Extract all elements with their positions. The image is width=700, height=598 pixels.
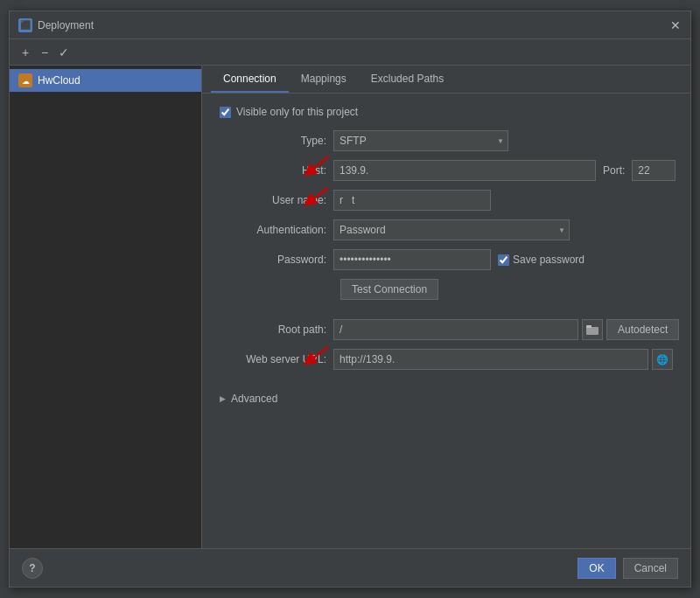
visible-label: Visible only for this project — [236, 106, 358, 118]
auth-select[interactable]: Password Key pair OpenSSH config and aut… — [333, 219, 570, 240]
dialog-icon: ⬛ — [18, 18, 32, 32]
sidebar-item-label: HwCloud — [38, 74, 80, 87]
host-input[interactable]: 139.9. — [333, 160, 596, 181]
content-area: Visible only for this project Type: SFTP… — [202, 94, 690, 548]
sidebar-item-hwcloud[interactable]: ☁ HwCloud — [10, 69, 201, 92]
add-button[interactable]: + — [17, 44, 34, 61]
web-server-group: 🌐 — [333, 349, 673, 370]
divider1 — [220, 309, 673, 319]
footer-actions: OK Cancel — [578, 558, 678, 579]
auth-row: Authentication: Password Key pair OpenSS… — [220, 219, 673, 240]
save-password-checkbox[interactable] — [498, 254, 509, 266]
tab-mappings[interactable]: Mappings — [289, 66, 359, 93]
save-password-group: Save password — [498, 254, 584, 266]
autodetect-button[interactable]: Autodetect — [606, 319, 679, 340]
hwcloud-icon: ☁ — [18, 73, 32, 87]
remove-button[interactable]: − — [36, 44, 53, 61]
type-select[interactable]: SFTP FTP Local or mounted folder — [333, 130, 508, 151]
web-server-row: Web server URL: 🌐 — [220, 349, 673, 370]
tabs: Connection Mappings Excluded Paths — [202, 66, 690, 94]
password-row: Password: Save password — [220, 249, 673, 270]
username-input[interactable] — [333, 190, 491, 211]
test-connection-button[interactable]: Test Connection — [340, 279, 438, 300]
svg-rect-3 — [586, 325, 592, 328]
root-path-input[interactable] — [333, 319, 578, 340]
root-path-group: Autodetect — [333, 319, 679, 340]
port-input[interactable]: 22 — [632, 160, 676, 181]
auth-label: Authentication: — [220, 224, 333, 236]
save-password-label: Save password — [513, 254, 584, 266]
username-label: User name: — [220, 194, 333, 206]
dialog-footer: ? OK Cancel — [10, 548, 690, 587]
divider2 — [220, 379, 673, 389]
browse-folder-button[interactable] — [582, 319, 603, 340]
toolbar: + − ✓ — [10, 39, 690, 66]
host-row: Host: 139.9. Port: 22 — [220, 160, 673, 181]
help-icon: ? — [29, 562, 35, 574]
advanced-label: Advanced — [231, 393, 277, 405]
dialog-title: Deployment — [38, 19, 94, 31]
cancel-button[interactable]: Cancel — [623, 558, 678, 579]
type-label: Type: — [220, 135, 333, 147]
test-connection-row: Test Connection — [220, 279, 673, 300]
password-input[interactable] — [333, 249, 491, 270]
host-port-group: 139.9. Port: 22 — [333, 160, 676, 181]
type-row: Type: SFTP FTP Local or mounted folder — [220, 130, 673, 151]
host-label: Host: — [220, 164, 333, 177]
visible-checkbox-row: Visible only for this project — [220, 106, 673, 118]
password-group: Save password — [333, 249, 584, 270]
globe-icon: 🌐 — [656, 354, 668, 365]
web-server-icon-button[interactable]: 🌐 — [652, 349, 673, 370]
username-row: User name: — [220, 190, 673, 211]
close-button[interactable]: ✕ — [669, 19, 682, 31]
root-path-label: Root path: — [220, 323, 333, 336]
titlebar-left: ⬛ Deployment — [18, 18, 94, 32]
password-label: Password: — [220, 254, 333, 266]
advanced-arrow-icon: ▶ — [220, 394, 226, 403]
main-panel: Connection Mappings Excluded Paths Visib… — [202, 66, 690, 548]
advanced-section[interactable]: ▶ Advanced — [220, 389, 673, 408]
web-server-label: Web server URL: — [220, 353, 333, 365]
type-select-wrapper: SFTP FTP Local or mounted folder — [333, 130, 508, 151]
auth-select-wrapper: Password Key pair OpenSSH config and aut… — [333, 219, 570, 240]
visible-checkbox[interactable] — [220, 107, 231, 118]
tab-connection[interactable]: Connection — [211, 66, 289, 93]
check-button[interactable]: ✓ — [55, 44, 73, 61]
deployment-dialog: ⬛ Deployment ✕ + − ✓ ☁ HwCloud — [9, 10, 691, 588]
svg-rect-2 — [586, 327, 598, 335]
svg-text:☁: ☁ — [22, 77, 30, 86]
help-button[interactable]: ? — [22, 558, 43, 579]
tab-excluded-paths[interactable]: Excluded Paths — [359, 66, 456, 93]
titlebar-controls: ✕ — [669, 19, 682, 31]
ok-button[interactable]: OK — [578, 558, 615, 579]
root-path-row: Root path: Autodetect — [220, 319, 673, 340]
web-server-input[interactable] — [333, 349, 648, 370]
titlebar: ⬛ Deployment ✕ — [10, 11, 690, 39]
dialog-body: ☁ HwCloud Connection Mappings Excluded P… — [10, 66, 690, 548]
sidebar: ☁ HwCloud — [10, 66, 202, 548]
port-label: Port: — [603, 164, 625, 177]
